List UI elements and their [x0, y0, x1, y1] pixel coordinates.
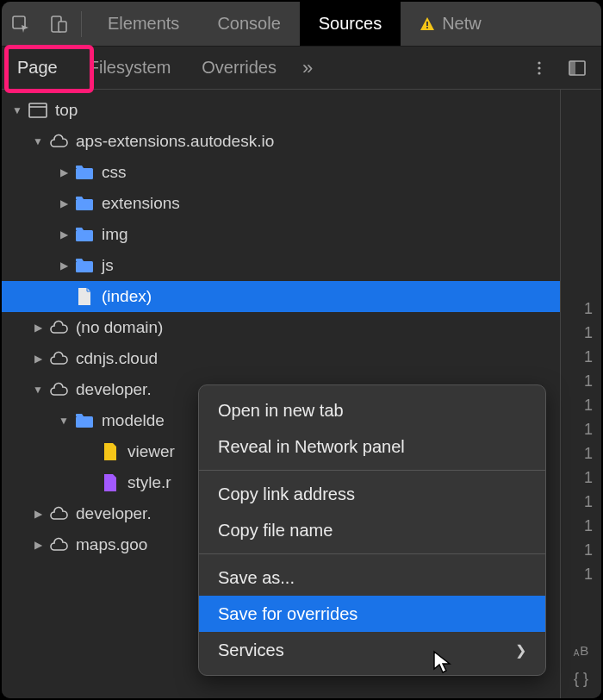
tree-domain-aps[interactable]: ▼ aps-extensions.autodesk.io [2, 126, 560, 157]
subtab-filesystem[interactable]: Filesystem [73, 47, 187, 89]
chevron-down-icon: ▼ [31, 384, 45, 396]
svg-rect-16 [76, 416, 93, 428]
window-icon [28, 100, 48, 121]
tree-label: img [102, 225, 128, 244]
svg-point-5 [538, 61, 540, 64]
tree-label: viewer [127, 442, 175, 461]
file-icon [100, 472, 121, 493]
tree-label: cdnjs.cloud [76, 349, 158, 368]
tree-folder-extensions[interactable]: ▶ extensions [2, 188, 560, 219]
tree-label: aps-extensions.autodesk.io [76, 132, 274, 151]
tab-elements[interactable]: Elements [89, 2, 198, 46]
tree-label: style.r [127, 473, 171, 492]
tree-label: js [102, 256, 114, 275]
menu-separator [199, 553, 545, 554]
tree-folder-js[interactable]: ▶ js [2, 250, 560, 281]
chevron-right-icon: ▶ [31, 539, 45, 551]
tab-network-label: Netw [442, 14, 482, 34]
tree-label: css [102, 163, 127, 182]
code-panel: 1 1 1 1 1 1 1 1 1 1 1 1 AB { } [560, 90, 601, 698]
warning-icon [420, 16, 435, 32]
line-numbers: 1 1 1 1 1 1 1 1 1 1 1 1 [561, 90, 601, 586]
chevron-right-icon: ▶ [57, 259, 71, 272]
devtools-top-tabs: Elements Console Sources Netw [2, 2, 601, 47]
svg-rect-13 [76, 199, 93, 210]
svg-rect-12 [76, 168, 93, 179]
chevron-right-icon: ▶ [31, 322, 45, 334]
subtab-overrides[interactable]: Overrides [186, 47, 292, 89]
menu-services-label: Services [218, 641, 284, 660]
tab-console[interactable]: Console [198, 2, 299, 46]
chevron-right-icon: ▶ [57, 228, 71, 241]
menu-copy-file[interactable]: Copy file name [199, 512, 545, 548]
chevron-down-icon: ▼ [10, 104, 24, 116]
chevron-right-icon: ▶ [57, 166, 71, 178]
cloud-icon [48, 534, 69, 555]
menu-services[interactable]: Services ❯ [199, 632, 545, 668]
chevron-down-icon: ▼ [31, 135, 45, 147]
folder-icon [74, 193, 95, 214]
folder-icon [74, 162, 95, 183]
sources-sub-tabs: Page Filesystem Overrides » [2, 47, 601, 90]
svg-rect-15 [76, 261, 93, 272]
chevron-right-icon: ▶ [57, 197, 71, 209]
tab-network[interactable]: Netw [401, 2, 500, 46]
menu-save-as[interactable]: Save as... [199, 559, 545, 596]
subtab-more-icon[interactable]: » [292, 57, 323, 79]
folder-icon [74, 224, 95, 245]
svg-rect-3 [426, 22, 428, 26]
folder-icon [74, 410, 95, 431]
menu-separator [199, 470, 545, 471]
tree-no-domain[interactable]: ▶ (no domain) [2, 312, 560, 343]
tree-label: (index) [102, 287, 152, 306]
device-toggle-icon[interactable] [40, 2, 78, 46]
svg-rect-2 [59, 22, 66, 32]
menu-save-overrides[interactable]: Save for overrides [199, 596, 545, 632]
tree-label: developer. [76, 380, 152, 399]
cloud-icon [48, 379, 69, 400]
chevron-right-icon: ▶ [31, 353, 45, 365]
cloud-icon [48, 348, 69, 369]
tab-sources[interactable]: Sources [300, 2, 401, 46]
more-options-icon[interactable] [522, 51, 556, 85]
tree-label: developer. [76, 504, 152, 523]
cloud-icon [48, 131, 69, 152]
tree-top[interactable]: ▼ top [2, 95, 560, 126]
menu-open-new-tab[interactable]: Open in new tab [199, 392, 545, 428]
svg-rect-9 [569, 61, 575, 75]
pretty-print-icon[interactable]: { } [574, 670, 588, 688]
chevron-right-icon: ❯ [515, 642, 526, 659]
cloud-icon [48, 317, 69, 338]
separator [81, 11, 82, 37]
code-label: AB [574, 643, 589, 658]
tree-label: modelde [102, 411, 165, 430]
tree-label: (no domain) [76, 318, 163, 337]
chevron-down-icon: ▼ [57, 415, 71, 427]
context-menu: Open in new tab Reveal in Network panel … [198, 384, 546, 676]
file-icon [100, 441, 121, 462]
menu-copy-link[interactable]: Copy link address [199, 476, 545, 512]
tree-folder-css[interactable]: ▶ css [2, 157, 560, 188]
tree-label: maps.goo [76, 535, 147, 554]
svg-point-7 [538, 72, 540, 74]
toggle-sidebar-icon[interactable] [560, 51, 594, 85]
svg-rect-4 [426, 27, 428, 28]
tree-folder-img[interactable]: ▶ img [2, 219, 560, 250]
tree-label: top [55, 101, 78, 120]
chevron-right-icon: ▶ [31, 508, 45, 520]
file-icon [74, 286, 95, 307]
tree-file-index[interactable]: (index) [2, 281, 560, 312]
subtab-page[interactable]: Page [2, 47, 73, 89]
cloud-icon [48, 503, 69, 524]
svg-rect-14 [76, 230, 93, 241]
menu-reveal-network[interactable]: Reveal in Network panel [199, 428, 545, 465]
inspect-icon[interactable] [2, 2, 40, 46]
tree-label: extensions [102, 194, 180, 213]
svg-point-6 [538, 66, 540, 69]
svg-rect-10 [29, 103, 47, 117]
folder-icon [74, 255, 95, 276]
tree-cdnjs[interactable]: ▶ cdnjs.cloud [2, 343, 560, 374]
